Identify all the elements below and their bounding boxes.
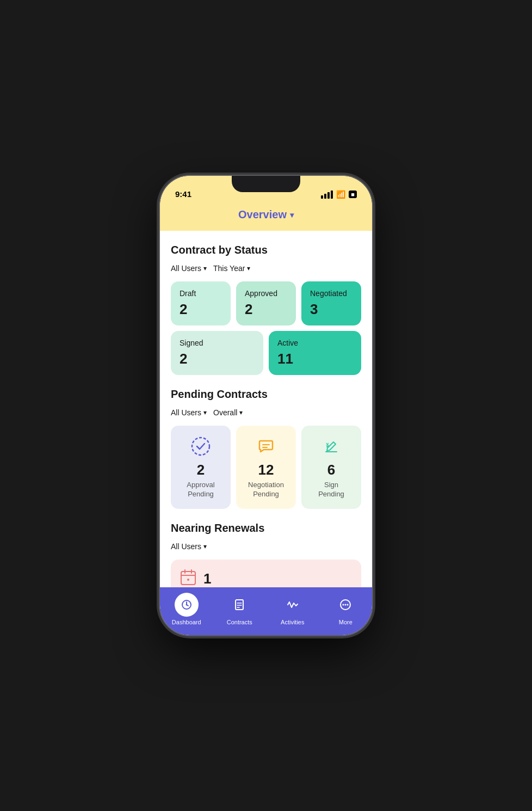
status-card-active[interactable]: Active 11 xyxy=(269,331,361,375)
phone-screen: 9:41 📶 ■ Overview ▾ Co xyxy=(160,176,372,635)
contracts-nav-label: Contracts xyxy=(227,619,252,625)
main-content: Contract by Status All Users ▾ This Year… xyxy=(160,231,372,594)
signed-label: Signed xyxy=(180,339,255,347)
phone-frame: 9:41 📶 ■ Overview ▾ Co xyxy=(160,176,372,635)
pending-contracts-title: Pending Contracts xyxy=(171,388,361,401)
contract-status-title: Contract by Status xyxy=(171,244,361,256)
draft-label: Draft xyxy=(180,289,222,298)
negotiation-count: 12 xyxy=(243,462,289,478)
renewals-filters: All Users ▾ xyxy=(171,542,361,551)
pending-card-sign[interactable]: × 6 SignPending xyxy=(301,426,361,509)
approval-count: 2 xyxy=(177,462,224,478)
svg-point-20 xyxy=(343,604,344,606)
contract-by-status-section: Contract by Status All Users ▾ This Year… xyxy=(171,244,361,375)
pending-card-negotiation[interactable]: 12 NegotiationPending xyxy=(236,426,296,509)
negotiation-label: NegotiationPending xyxy=(243,481,289,499)
header-title-row[interactable]: Overview ▾ xyxy=(238,208,294,221)
approved-label: Approved xyxy=(245,289,287,298)
activities-icon xyxy=(281,593,305,617)
approved-count: 2 xyxy=(245,301,287,318)
draft-count: 2 xyxy=(180,301,222,318)
status-card-negotiated[interactable]: Negotiated 3 xyxy=(301,281,361,325)
calendar-icon xyxy=(180,568,197,589)
overview-chevron: ▾ xyxy=(290,211,294,219)
pending-card-approval[interactable]: 2 ApprovalPending xyxy=(171,426,231,509)
svg-rect-6 xyxy=(181,572,195,585)
nav-item-dashboard[interactable]: Dashboard xyxy=(160,593,213,625)
svg-point-0 xyxy=(192,438,209,455)
svg-point-10 xyxy=(187,579,189,581)
renewal-count: 1 xyxy=(203,570,211,587)
status-card-approved[interactable]: Approved 2 xyxy=(236,281,296,325)
svg-point-14 xyxy=(185,604,187,606)
approval-icon xyxy=(177,435,224,457)
pending-cards-grid: 2 ApprovalPending 12 Ne xyxy=(171,426,361,509)
svg-point-21 xyxy=(345,604,347,606)
svg-point-22 xyxy=(347,604,349,606)
renewals-all-users-filter[interactable]: All Users ▾ xyxy=(171,542,207,551)
more-icon xyxy=(333,593,357,617)
sign-icon: × xyxy=(308,435,355,457)
notch xyxy=(232,176,300,192)
activities-nav-label: Activities xyxy=(281,619,304,625)
status-card-draft[interactable]: Draft 2 xyxy=(171,281,231,325)
status-card-signed[interactable]: Signed 2 xyxy=(171,331,263,375)
more-nav-label: More xyxy=(339,619,352,625)
status-cards-bottom-row: Signed 2 Active 11 xyxy=(171,331,361,375)
nav-item-contracts[interactable]: Contracts xyxy=(213,593,267,625)
svg-rect-15 xyxy=(236,600,243,610)
pending-overall-filter[interactable]: Overall ▾ xyxy=(213,408,243,417)
nearing-renewals-title: Nearing Renewals xyxy=(171,522,361,534)
status-time: 9:41 xyxy=(175,189,191,199)
battery-icon: ■ xyxy=(349,191,357,198)
svg-text:×: × xyxy=(326,441,329,447)
negotiation-icon xyxy=(243,435,289,457)
active-count: 11 xyxy=(277,351,352,367)
pending-contracts-section: Pending Contracts All Users ▾ Overall ▾ xyxy=(171,388,361,509)
status-icons: 📶 ■ xyxy=(321,190,357,199)
status-cards-top-row: Draft 2 Approved 2 Negotiated 3 xyxy=(171,281,361,325)
wifi-icon: 📶 xyxy=(336,190,345,199)
active-label: Active xyxy=(277,339,352,347)
negotiated-count: 3 xyxy=(310,301,352,318)
bottom-nav: Dashboard Contracts xyxy=(160,587,372,635)
pending-contracts-filters: All Users ▾ Overall ▾ xyxy=(171,408,361,417)
sign-label: SignPending xyxy=(308,481,355,499)
overview-title: Overview xyxy=(238,208,287,221)
dashboard-icon xyxy=(175,593,199,617)
app-header: Overview ▾ xyxy=(160,203,372,231)
contract-status-filters: All Users ▾ This Year ▾ xyxy=(171,264,361,273)
nav-item-more[interactable]: More xyxy=(319,593,373,625)
nearing-renewals-section: Nearing Renewals All Users ▾ xyxy=(171,522,361,594)
pending-all-users-filter[interactable]: All Users ▾ xyxy=(171,408,207,417)
sign-count: 6 xyxy=(308,462,355,478)
contract-all-users-filter[interactable]: All Users ▾ xyxy=(171,264,207,273)
contracts-icon xyxy=(227,593,251,617)
approval-label: ApprovalPending xyxy=(177,481,224,499)
dashboard-nav-label: Dashboard xyxy=(172,619,201,625)
nav-item-activities[interactable]: Activities xyxy=(266,593,319,625)
signed-count: 2 xyxy=(180,351,255,367)
negotiated-label: Negotiated xyxy=(310,289,352,298)
status-bar: 9:41 📶 ■ xyxy=(160,176,372,203)
signal-icon xyxy=(321,191,333,199)
contract-this-year-filter[interactable]: This Year ▾ xyxy=(213,264,250,273)
